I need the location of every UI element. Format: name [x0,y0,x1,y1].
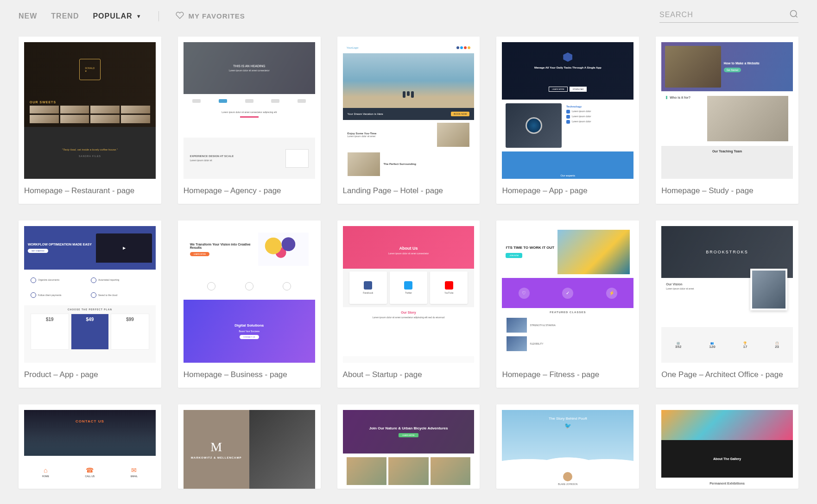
template-grid: DONALD★ OUR SWEETS "Tasty food, set insi… [0,37,817,504]
svg-line-1 [796,16,798,18]
template-card[interactable]: About UsLorem ipsum dolor sit amet conse… [337,220,480,388]
template-thumbnail: THIS IS AN HEADINGLorem ipsum dolor sit … [184,42,315,179]
template-title: Product – App - page [19,363,161,388]
template-thumbnail: MMARKOWITZ & MELLENCAMP [184,410,315,489]
svg-point-0 [791,11,797,17]
search-icon [789,9,798,20]
template-card[interactable]: THIS IS AN HEADINGLorem ipsum dolor sit … [178,37,321,204]
template-card[interactable]: Join Our Nature & Urban Bicycle Adventur… [337,404,480,489]
template-card[interactable]: About The GalleryPermanent Exhibitions [656,404,798,489]
template-title: About – Startup - page [337,363,480,388]
template-thumbnail: DONALD★ OUR SWEETS "Tasty food, set insi… [24,42,156,179]
template-card[interactable]: BROOKSTROKS Our VisionLorem ipsum dolor … [656,220,798,388]
tab-popular-label: POPULAR [93,12,132,20]
template-card[interactable]: We Transform Your Vision into Creative R… [178,220,321,388]
template-thumbnail: WORKFLOW OPTIMIZATION MADE EASYGET START… [24,226,156,363]
template-card[interactable]: CONTACT US⌂HOME☎CALL US✉EMAIL [19,404,161,489]
template-thumbnail: Join Our Nature & Urban Bicycle Adventur… [343,410,475,489]
nav-tabs: NEW TREND POPULAR ▼ MY FAVORITES [19,11,245,21]
template-title: Homepage – Study - page [656,179,798,204]
tab-trend[interactable]: TREND [51,12,79,20]
template-thumbnail: How to Make a WebsiteGet Started Who is … [661,42,793,179]
favorites-label: MY FAVORITES [189,12,245,20]
tab-popular[interactable]: POPULAR ▼ [93,12,141,20]
template-card[interactable]: YourLogo Your Dream Vacation is HereBOOK… [337,37,480,204]
template-title: One Page – Architect Office - page [656,363,798,388]
template-thumbnail: We Transform Your Vision into Creative R… [184,226,315,363]
template-card[interactable]: WORKFLOW OPTIMIZATION MADE EASYGET START… [19,220,161,388]
search-box[interactable] [659,9,798,23]
template-title: Homepage – Restaurant - page [19,179,161,204]
heart-icon [176,11,184,21]
template-thumbnail: YourLogo Your Dream Vacation is HereBOOK… [343,42,475,179]
template-thumbnail: I'TS TIME TO WORK IT OUTJOIN NOW ♡✓⚡ FEA… [502,226,633,363]
template-card[interactable]: DONALD★ OUR SWEETS "Tasty food, set insi… [19,37,161,204]
template-thumbnail: CONTACT US⌂HOME☎CALL US✉EMAIL [24,410,156,489]
template-thumbnail: About The GalleryPermanent Exhibitions [661,410,793,489]
template-title: Homepage – Agency - page [178,179,321,204]
tab-divider [158,11,159,21]
caret-down-icon: ▼ [136,13,142,19]
template-thumbnail: About UsLorem ipsum dolor sit amet conse… [343,226,475,363]
template-card[interactable]: Manage All Your Daily Tasks Through A Si… [496,37,639,204]
favorites-link[interactable]: MY FAVORITES [176,11,245,21]
template-card[interactable]: MMARKOWITZ & MELLENCAMP [178,404,321,489]
template-title: Homepage – Business - page [178,363,321,388]
template-title: Landing Page – Hotel - page [337,179,480,204]
template-card[interactable]: How to Make a WebsiteGet Started Who is … [656,37,798,204]
tab-new[interactable]: NEW [19,12,37,20]
search-input[interactable] [659,11,789,19]
template-title: Homepage – Fitness - page [496,363,639,388]
template-thumbnail: Manage All Your Daily Tasks Through A Si… [502,42,633,179]
template-thumbnail: BROOKSTROKS Our VisionLorem ipsum dolor … [661,226,793,363]
template-title: Homepage – App - page [496,179,639,204]
template-card[interactable]: I'TS TIME TO WORK IT OUTJOIN NOW ♡✓⚡ FEA… [496,220,639,388]
template-thumbnail: The Story Behind Pooft🐦BLAKE JOHNSON [502,410,633,489]
header-bar: NEW TREND POPULAR ▼ MY FAVORITES [0,0,817,37]
template-card[interactable]: The Story Behind Pooft🐦BLAKE JOHNSON [496,404,639,489]
